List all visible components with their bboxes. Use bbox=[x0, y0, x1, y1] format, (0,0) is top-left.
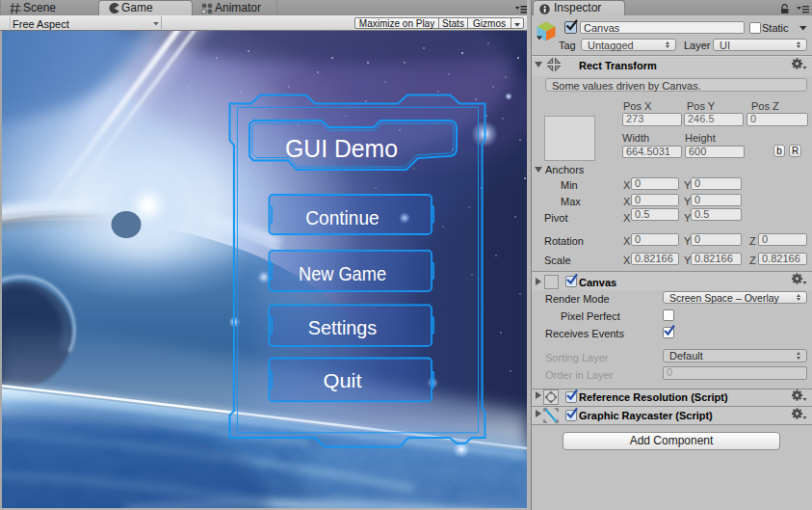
svg-text:Quit: Quit bbox=[324, 369, 362, 391]
svg-text:Settings: Settings bbox=[308, 316, 378, 338]
svg-text:GUI Demo: GUI Demo bbox=[285, 134, 398, 163]
svg-text:New Game: New Game bbox=[299, 262, 386, 284]
svg-text:Continue: Continue bbox=[305, 206, 380, 228]
